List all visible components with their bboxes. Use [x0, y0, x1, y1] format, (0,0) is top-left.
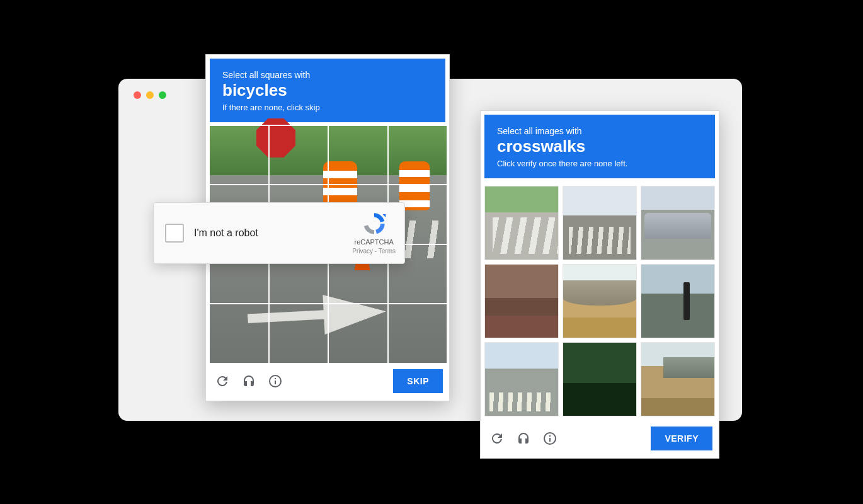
recaptcha-label: I'm not a robot	[194, 227, 352, 239]
captcha-crosswalks-card: Select all images with crosswalks Click …	[480, 110, 719, 459]
captcha-target-word: crosswalks	[497, 137, 702, 156]
recaptcha-logo-icon	[362, 211, 387, 236]
recaptcha-widget: I'm not a robot reCAPTCHA Privacy - Term…	[153, 202, 405, 264]
grid-tile[interactable]	[484, 264, 559, 338]
grid-tile[interactable]	[563, 264, 637, 338]
window-minimize-dot[interactable]	[146, 91, 154, 99]
grid-tile[interactable]	[641, 264, 715, 338]
captcha-footer: SKIP	[206, 363, 449, 401]
captcha-header: Select all squares with bicycles If ther…	[210, 59, 445, 122]
captcha-instruction-line1: Select all images with	[497, 126, 702, 136]
info-icon[interactable]	[266, 372, 284, 390]
grid-tile[interactable]	[484, 186, 559, 260]
reload-icon[interactable]	[488, 430, 506, 447]
window-zoom-dot[interactable]	[159, 91, 166, 99]
grid-tile[interactable]	[641, 186, 715, 260]
captcha-footer: VERIFY	[481, 420, 719, 458]
captcha-instruction-line3: Click verify once there are none left.	[497, 159, 702, 168]
captcha-instruction-line3: If there are none, click skip	[222, 103, 433, 112]
window-close-dot[interactable]	[134, 91, 141, 99]
reload-icon[interactable]	[214, 372, 231, 390]
grid-tile[interactable]	[484, 342, 559, 416]
grid-cell[interactable]	[389, 126, 447, 185]
captcha-header: Select all images with crosswalks Click …	[484, 115, 715, 178]
recaptcha-legal-links[interactable]: Privacy - Terms	[352, 247, 396, 255]
headphones-icon[interactable]	[240, 372, 258, 390]
window-controls	[134, 91, 166, 99]
grid-cell[interactable]	[270, 126, 328, 185]
grid-tile[interactable]	[563, 342, 637, 416]
captcha-instruction-line1: Select all squares with	[222, 70, 433, 80]
grid-cell[interactable]	[329, 126, 387, 185]
captcha-image-grid	[484, 186, 715, 416]
grid-cell[interactable]	[210, 304, 268, 363]
grid-tile[interactable]	[641, 342, 715, 416]
skip-button[interactable]: SKIP	[393, 369, 443, 393]
verify-button[interactable]: VERIFY	[651, 427, 712, 450]
recaptcha-brand: reCAPTCHA Privacy - Terms	[352, 211, 396, 255]
captcha-target-word: bicycles	[222, 81, 433, 100]
headphones-icon[interactable]	[515, 430, 532, 447]
recaptcha-checkbox[interactable]	[165, 224, 184, 243]
grid-tile[interactable]	[563, 186, 637, 260]
grid-cell[interactable]	[210, 126, 268, 185]
grid-cell[interactable]	[389, 304, 447, 363]
grid-cell[interactable]	[270, 304, 328, 363]
info-icon[interactable]	[541, 430, 559, 447]
grid-cell[interactable]	[329, 304, 387, 363]
recaptcha-brand-text: reCAPTCHA	[354, 238, 393, 246]
svg-marker-0	[382, 214, 386, 217]
